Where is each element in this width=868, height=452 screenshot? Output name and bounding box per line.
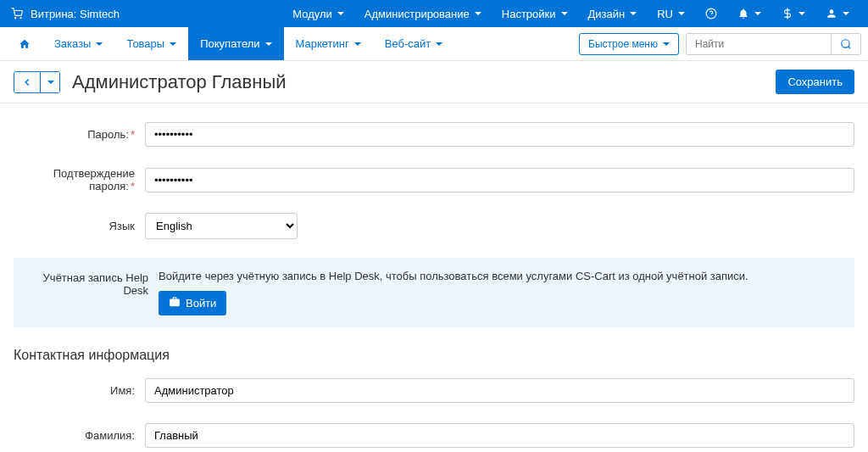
contact-section-header: Контактная информация: [14, 336, 854, 368]
chevron-down-icon: [843, 12, 849, 15]
firstname-row: Имя:: [14, 368, 854, 413]
chevron-down-icon: [754, 12, 761, 15]
help-icon[interactable]: [697, 3, 726, 25]
chevron-down-icon: [475, 12, 481, 15]
login-icon: [169, 296, 181, 310]
nav-home[interactable]: [7, 27, 42, 60]
password-row: Пароль:*: [14, 112, 854, 157]
chevron-down-icon: [798, 12, 805, 15]
search-input[interactable]: [687, 34, 831, 54]
menu-design[interactable]: Дизайн: [580, 3, 646, 25]
language-row: Язык English: [14, 203, 854, 249]
lastname-label: Фамилия:: [14, 429, 145, 442]
firstname-label: Имя:: [14, 384, 145, 397]
page-title: Администратор Главный: [72, 71, 287, 93]
nav-website[interactable]: Веб-сайт: [373, 27, 454, 60]
svg-point-1: [20, 18, 21, 19]
svg-point-5: [842, 39, 849, 47]
svg-point-0: [15, 18, 16, 19]
language-select[interactable]: English: [145, 213, 298, 239]
chevron-down-icon: [337, 12, 344, 15]
cart-icon: [10, 7, 24, 20]
menu-modules[interactable]: Модули: [284, 3, 353, 25]
chevron-down-icon: [678, 12, 685, 15]
form-area: Пароль:* Подтверждение пароля:* Язык Eng…: [0, 103, 868, 452]
currency-icon[interactable]: [773, 3, 814, 25]
menu-settings[interactable]: Настройки: [493, 3, 576, 25]
firstname-field[interactable]: [145, 378, 854, 403]
helpdesk-text: Войдите через учётную запись в Help Desk…: [159, 270, 841, 282]
storefront-label[interactable]: Витрина: Simtech: [31, 8, 120, 20]
mainnav: Заказы Товары Покупатели Маркетинг Веб-с…: [0, 27, 868, 61]
menu-admin[interactable]: Администрирование: [356, 3, 490, 25]
password-label: Пароль:*: [14, 128, 145, 141]
quick-menu-button[interactable]: Быстрое меню: [579, 33, 679, 55]
nav-orders[interactable]: Заказы: [42, 27, 114, 60]
save-button[interactable]: Сохранить: [776, 70, 854, 94]
nav-marketing[interactable]: Маркетинг: [284, 27, 373, 60]
language-label: Язык: [14, 220, 145, 232]
password-field[interactable]: [145, 122, 854, 147]
back-dropdown-button[interactable]: [40, 72, 59, 92]
confirm-password-label: Подтверждение пароля:*: [14, 167, 145, 193]
lastname-row: Фамилия:: [14, 413, 854, 452]
helpdesk-box: Учётная запись Help Desk Войдите через у…: [14, 258, 854, 327]
nav-customers[interactable]: Покупатели: [188, 27, 283, 60]
search-button[interactable]: [831, 34, 860, 54]
helpdesk-label: Учётная запись Help Desk: [27, 270, 159, 315]
confirm-password-field[interactable]: [145, 168, 854, 193]
menu-language[interactable]: RU: [648, 3, 693, 25]
chevron-down-icon: [561, 12, 568, 15]
confirm-password-row: Подтверждение пароля:*: [14, 157, 854, 203]
notifications-icon[interactable]: [729, 3, 770, 25]
search-box: [686, 33, 861, 55]
lastname-field[interactable]: [145, 423, 854, 448]
back-button-group: [14, 71, 60, 93]
user-icon[interactable]: [817, 3, 858, 25]
page-header: Администратор Главный Сохранить: [0, 61, 868, 103]
helpdesk-login-button[interactable]: Войти: [159, 291, 226, 315]
back-button[interactable]: [14, 72, 40, 92]
chevron-down-icon: [630, 12, 637, 15]
nav-products[interactable]: Товары: [114, 27, 188, 60]
topbar: Витрина: Simtech Модули Администрировани…: [0, 0, 868, 27]
svg-line-6: [849, 46, 851, 48]
